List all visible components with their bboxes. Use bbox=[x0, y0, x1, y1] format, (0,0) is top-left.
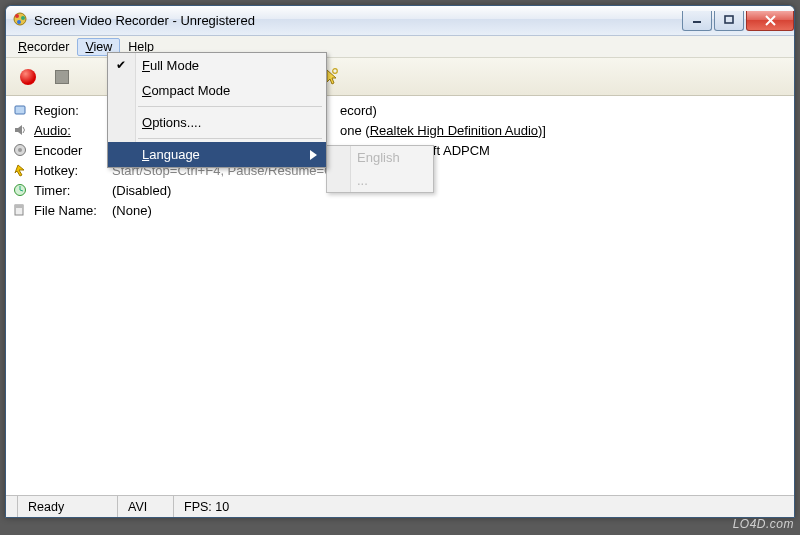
filename-value: (None) bbox=[112, 203, 152, 218]
check-icon: ✔ bbox=[116, 58, 126, 72]
timer-icon bbox=[12, 182, 28, 198]
statusbar: Ready AVI FPS: 10 bbox=[6, 495, 794, 517]
hotkey-icon bbox=[12, 162, 28, 178]
record-icon bbox=[20, 69, 36, 85]
stop-button[interactable] bbox=[48, 63, 76, 91]
svg-point-13 bbox=[333, 68, 338, 73]
svg-rect-14 bbox=[15, 106, 25, 114]
svg-marker-18 bbox=[15, 165, 24, 176]
status-fps: FPS: 10 bbox=[174, 496, 794, 517]
menu-item-full-mode[interactable]: ✔ Full Mode bbox=[108, 53, 326, 78]
svg-point-17 bbox=[18, 148, 22, 152]
filename-label: File Name: bbox=[34, 203, 106, 218]
svg-rect-23 bbox=[15, 205, 23, 208]
menu-separator bbox=[138, 138, 322, 139]
submenu-item-english[interactable]: English bbox=[327, 146, 433, 169]
svg-point-3 bbox=[17, 20, 21, 24]
svg-marker-15 bbox=[15, 125, 22, 135]
timer-value: (Disabled) bbox=[112, 183, 171, 198]
svg-marker-12 bbox=[327, 70, 336, 84]
status-grip bbox=[6, 496, 18, 517]
watermark: LO4D.com bbox=[733, 517, 794, 531]
file-icon bbox=[12, 202, 28, 218]
region-label: Region: bbox=[34, 103, 106, 118]
status-ready: Ready bbox=[18, 496, 118, 517]
region-icon bbox=[12, 102, 28, 118]
submenu-item-more[interactable]: ... bbox=[327, 169, 433, 192]
status-format: AVI bbox=[118, 496, 174, 517]
language-submenu: English ... bbox=[326, 145, 434, 193]
close-button[interactable] bbox=[746, 11, 794, 31]
encoder-icon bbox=[12, 142, 28, 158]
maximize-button[interactable] bbox=[714, 11, 744, 31]
window-title: Screen Video Recorder - Unregistered bbox=[34, 13, 674, 28]
submenu-arrow-icon bbox=[310, 148, 318, 163]
minimize-button[interactable] bbox=[682, 11, 712, 31]
hotkey-label: Hotkey: bbox=[34, 163, 106, 178]
svg-rect-5 bbox=[725, 16, 733, 23]
view-dropdown: ✔ Full Mode Compact Mode Options.... Lan… bbox=[107, 52, 327, 168]
stop-icon bbox=[55, 70, 69, 84]
svg-marker-24 bbox=[310, 150, 317, 160]
row-filename: File Name: (None) bbox=[12, 200, 788, 220]
audio-device-link[interactable]: Realtek High Definition Audio bbox=[370, 123, 538, 138]
region-value: ecord) bbox=[340, 103, 377, 118]
audio-value: one (Realtek High Definition Audio)] bbox=[340, 123, 546, 138]
menu-item-options[interactable]: Options.... bbox=[108, 110, 326, 135]
audio-label[interactable]: Audio: bbox=[34, 123, 106, 138]
encoder-label: Encoder bbox=[34, 143, 106, 158]
svg-point-2 bbox=[21, 16, 25, 20]
app-icon bbox=[12, 11, 28, 31]
record-button[interactable] bbox=[14, 63, 42, 91]
titlebar: Screen Video Recorder - Unregistered bbox=[6, 6, 794, 36]
menu-item-compact-mode[interactable]: Compact Mode bbox=[108, 78, 326, 103]
menu-item-language[interactable]: Language bbox=[108, 142, 326, 167]
timer-label: Timer: bbox=[34, 183, 106, 198]
speaker-icon bbox=[12, 122, 28, 138]
svg-point-1 bbox=[15, 14, 19, 18]
menu-recorder[interactable]: Recorder bbox=[10, 38, 77, 56]
menu-separator bbox=[138, 106, 322, 107]
